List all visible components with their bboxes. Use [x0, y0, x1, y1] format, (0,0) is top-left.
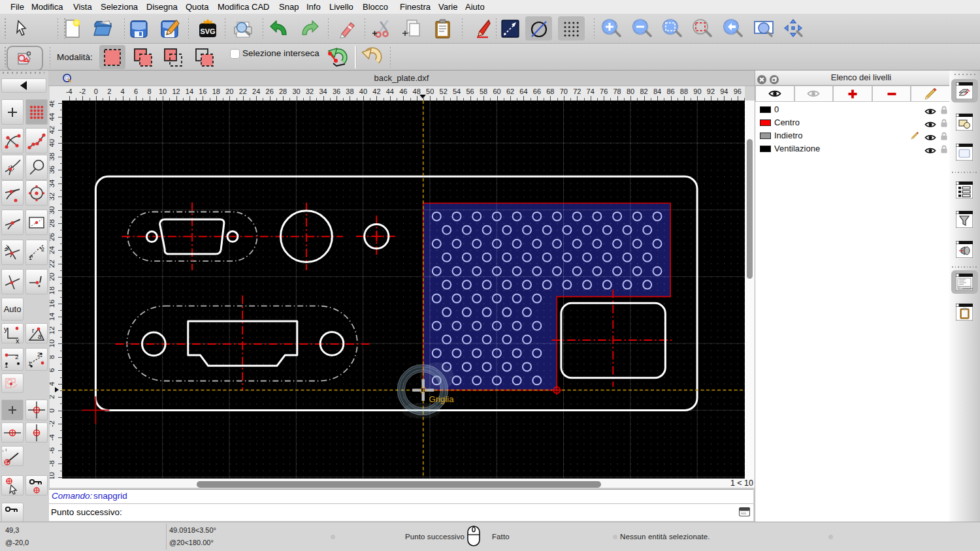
svg-text:Griglia: Griglia — [429, 394, 455, 404]
svg-text:r: r — [32, 327, 35, 334]
svg-text:2: 2 — [37, 351, 41, 358]
svg-text:SVG: SVG — [200, 27, 215, 35]
svg-text:2: 2 — [15, 353, 18, 360]
svg-text:a: a — [38, 333, 42, 340]
svg-text:x: x — [16, 337, 20, 343]
svg-text:y: y — [4, 325, 8, 333]
svg-text:C: command: C: command — [958, 286, 973, 289]
